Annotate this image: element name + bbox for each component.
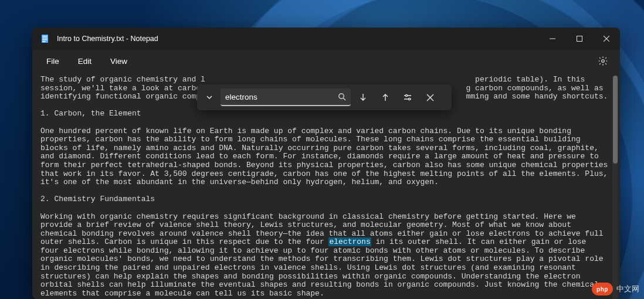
find-close-button[interactable] bbox=[420, 88, 440, 107]
notepad-window: Intro to Chemistry.txt - Notepad File Ed… bbox=[32, 28, 620, 299]
title-bar[interactable]: Intro to Chemistry.txt - Notepad bbox=[32, 28, 620, 50]
svg-rect-4 bbox=[43, 41, 46, 42]
minimize-button[interactable] bbox=[539, 28, 566, 50]
svg-point-7 bbox=[602, 60, 605, 63]
scrollbar-thumb[interactable] bbox=[613, 76, 618, 164]
find-next-button[interactable] bbox=[353, 88, 373, 107]
gear-icon bbox=[598, 56, 608, 66]
arrow-up-icon bbox=[381, 93, 390, 102]
find-previous-button[interactable] bbox=[375, 88, 395, 107]
find-bar bbox=[197, 84, 452, 110]
close-icon bbox=[426, 94, 434, 101]
watermark-logo: php bbox=[592, 283, 613, 295]
svg-rect-3 bbox=[43, 39, 48, 40]
watermark-text: 中文网 bbox=[616, 284, 639, 294]
find-options-button[interactable] bbox=[398, 88, 418, 107]
search-highlight: electrons bbox=[328, 237, 371, 246]
menu-file[interactable]: File bbox=[38, 53, 67, 69]
svg-rect-5 bbox=[550, 39, 555, 39]
find-input-wrap bbox=[221, 89, 351, 106]
svg-rect-2 bbox=[43, 38, 48, 38]
text-after: in its outer shell. It can either gain o… bbox=[40, 237, 608, 298]
watermark: php 中文网 bbox=[592, 283, 639, 295]
menu-edit[interactable]: Edit bbox=[70, 53, 100, 69]
close-button[interactable] bbox=[593, 28, 620, 50]
menu-view[interactable]: View bbox=[102, 53, 135, 69]
chevron-down-icon bbox=[205, 93, 213, 101]
scrollbar-track[interactable] bbox=[612, 76, 618, 299]
svg-point-9 bbox=[405, 94, 407, 96]
arrow-down-icon bbox=[358, 93, 368, 102]
maximize-button[interactable] bbox=[566, 28, 593, 50]
svg-point-8 bbox=[339, 94, 344, 98]
menu-bar: File Edit View bbox=[32, 50, 620, 72]
sliders-icon bbox=[403, 93, 412, 102]
search-icon[interactable] bbox=[338, 93, 346, 101]
svg-rect-1 bbox=[43, 36, 48, 36]
window-title: Intro to Chemistry.txt - Notepad bbox=[57, 35, 158, 43]
find-expand-button[interactable] bbox=[201, 88, 218, 107]
window-controls bbox=[539, 28, 620, 50]
find-input[interactable] bbox=[225, 93, 334, 101]
settings-button[interactable] bbox=[592, 52, 614, 70]
notepad-app-icon bbox=[40, 34, 50, 43]
svg-rect-6 bbox=[577, 36, 582, 42]
svg-point-10 bbox=[408, 98, 410, 100]
